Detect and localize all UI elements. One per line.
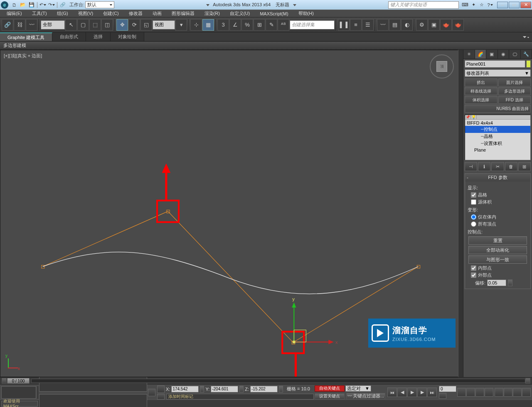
goto-end-icon[interactable]: ⏭ [427, 387, 437, 397]
close-button[interactable]: ✕ [520, 2, 531, 8]
timeline-right-icon[interactable] [525, 378, 530, 384]
workspace-dropdown[interactable]: 默认 [85, 1, 114, 8]
time-slider-track[interactable] [31, 379, 525, 383]
select-region-icon[interactable]: ⬚ [89, 19, 101, 31]
key-icon[interactable]: ⌨ [461, 1, 469, 9]
time-slider-thumb[interactable]: 0 / 100 [7, 378, 30, 384]
mirror-icon[interactable]: ▌▐ [338, 19, 350, 31]
ref-coord-dropdown[interactable]: 视图 [153, 20, 175, 29]
ribbon-panel-label[interactable]: 多边形建模 [0, 42, 532, 50]
spinner-icon[interactable] [200, 386, 204, 392]
link-tool-icon[interactable]: 🔗 [2, 19, 13, 31]
manipulate-icon[interactable]: ⊹ [190, 19, 202, 31]
maximize-viewport-icon[interactable] [522, 388, 531, 397]
app-logo[interactable]: e [1, 1, 8, 9]
auto-key-button[interactable]: 自动关键点 [315, 385, 345, 392]
keyboard-shortcut-icon[interactable]: ▦ [202, 19, 214, 31]
radio-in-volume[interactable]: 仅在体内 [471, 214, 528, 220]
menu-maxscript[interactable]: MAXScript(M) [255, 10, 293, 17]
ribbon-tab-freeform[interactable]: 自由形式 [52, 32, 86, 41]
next-frame-icon[interactable]: ▶ [417, 387, 427, 397]
render-icon[interactable]: 🫖 [440, 19, 452, 31]
menu-tools[interactable]: 工具(T) [27, 10, 52, 17]
menu-animation[interactable]: 动画 [148, 10, 167, 17]
object-name-input[interactable] [465, 60, 525, 68]
angle-snap-icon[interactable]: ∠ [229, 19, 241, 31]
mod-patchsel-button[interactable]: 面片选择 [498, 78, 531, 86]
save-icon[interactable]: 💾 [27, 1, 36, 9]
conform-shape-button[interactable]: 与图形一致 [468, 255, 527, 264]
spinner-updown-icon[interactable] [508, 280, 512, 286]
y-value-input[interactable]: -204.601 [211, 386, 238, 392]
menu-help[interactable]: 帮助(H) [293, 10, 319, 17]
prev-frame-icon[interactable]: ◀ [397, 387, 407, 397]
key-filters-button[interactable]: 〰关键点过滤器... [346, 393, 385, 399]
pivot-icon[interactable]: ▾ [175, 19, 187, 31]
checkbox-source-volume[interactable]: 源体积 [471, 199, 528, 205]
set-key-button[interactable]: 设置关键点 [315, 393, 345, 400]
checkbox-lattice[interactable]: 晶格 [471, 192, 528, 198]
fov-icon[interactable] [485, 388, 493, 397]
object-color-swatch[interactable] [526, 60, 531, 68]
stack-sub-lattice[interactable]: ┈ 晶格 [465, 133, 530, 140]
tab-modify-icon[interactable]: 🌈 [475, 50, 487, 59]
time-tag-field[interactable]: 添加时间标记 [166, 394, 314, 400]
select-name-icon[interactable]: ▢ [77, 19, 89, 31]
mod-ffdsel-button[interactable]: FFD 选择 [498, 96, 531, 104]
menu-graph[interactable]: 图形编辑器 [167, 10, 200, 17]
edit-named-sel-icon[interactable]: ✎ [266, 19, 277, 31]
selection-filter-dropdown[interactable]: 全部 [41, 20, 65, 29]
x-value-input[interactable]: 174.542 [171, 386, 199, 392]
render-setup-icon[interactable]: ⚙ [416, 19, 428, 31]
goto-start-icon[interactable]: ⏮ [387, 387, 397, 397]
configure-sets-icon[interactable]: ⊞ [518, 162, 531, 171]
menu-group[interactable]: 组(G) [52, 10, 73, 17]
tab-utilities-icon[interactable]: 🔧 [521, 50, 532, 59]
star-icon[interactable]: ☆ [478, 1, 485, 9]
schematic-view-icon[interactable]: ▤ [389, 19, 401, 31]
stack-item-plane[interactable]: Plane [465, 147, 530, 153]
pin-stack-icon[interactable]: ⊣ [465, 162, 477, 171]
layers-icon[interactable]: ☰ [362, 19, 374, 31]
pan-view-icon[interactable] [504, 388, 512, 397]
bind-space-icon[interactable]: 〰 [26, 19, 37, 31]
unlink-tool-icon[interactable]: ⛓ [14, 19, 25, 31]
remove-mod-icon[interactable]: 🗑 [505, 162, 517, 171]
help-icon[interactable]: ? [486, 1, 494, 9]
stack-sub-setvolume[interactable]: ┈ 设置体积 [465, 140, 530, 147]
modifier-stack[interactable]: 📌💡 ⊟ FFD 4x4x4 ┈ 控制点 ┈ 晶格 ┈ 设置体积 Plane [465, 115, 531, 160]
tab-hierarchy-icon[interactable]: ▣ [486, 50, 498, 59]
reset-button[interactable]: 重置 [468, 236, 527, 245]
pan-icon[interactable] [457, 388, 466, 397]
zoom-extents-icon[interactable] [475, 388, 484, 397]
render-prod-icon[interactable]: 🫖 [452, 19, 464, 31]
mod-extrude-button[interactable]: 挤出 [465, 78, 498, 86]
window-crossing-icon[interactable]: ◫ [101, 19, 113, 31]
menu-render[interactable]: 渲染(R) [200, 10, 225, 17]
key-mode-dropdown[interactable]: 选定对▼ [345, 385, 371, 392]
undo-icon[interactable]: ↶ [39, 1, 47, 9]
z-value-input[interactable]: -15.202 [250, 386, 278, 392]
comm-icon[interactable]: ✦ [470, 1, 477, 9]
menu-customize[interactable]: 自定义(U) [225, 10, 255, 17]
menu-modifiers[interactable]: 修改器 [124, 10, 148, 17]
tab-create-icon[interactable]: ✳ [463, 50, 475, 59]
zoom-icon[interactable] [466, 388, 475, 397]
percent-snap-icon[interactable]: % [241, 19, 253, 31]
ribbon-expand-icon[interactable]: ⏷▾ [520, 32, 532, 41]
abs-rel-icon[interactable] [157, 385, 165, 393]
stack-pin-icon[interactable]: 📌 [465, 115, 471, 119]
redo-icon[interactable]: ↷ [47, 1, 56, 9]
move-tool-icon[interactable]: ✥ [116, 19, 128, 31]
timeline-left-icon[interactable] [2, 378, 7, 384]
material-editor-icon[interactable]: ◐ [401, 19, 413, 31]
spinner-snap-icon[interactable]: ⊞ [254, 19, 265, 31]
menu-view[interactable]: 视图(V) [73, 10, 99, 17]
rotate-tool-icon[interactable]: ⟳ [128, 19, 140, 31]
stack-sub-controlpoints[interactable]: ┈ 控制点 [465, 126, 530, 133]
viewport-scrollbar[interactable] [458, 50, 463, 377]
stack-bulb-icon[interactable]: 💡 [471, 115, 477, 119]
mod-nurbssel-button[interactable]: NURBS 曲面选择 [465, 105, 531, 113]
time-config-icon[interactable] [439, 393, 446, 399]
caret-icon[interactable] [293, 4, 296, 6]
